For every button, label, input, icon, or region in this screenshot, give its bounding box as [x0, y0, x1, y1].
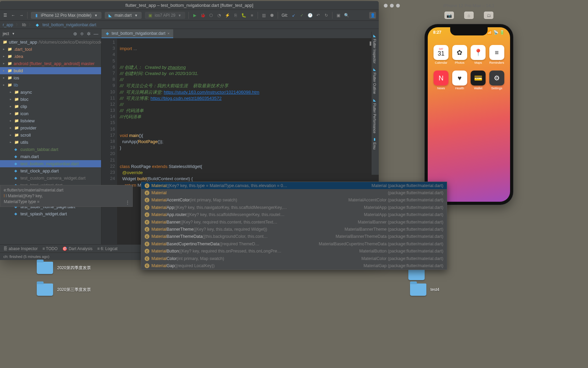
completion-item[interactable]: cMaterialButton({Key? key, required this… [141, 248, 447, 255]
flutter-performance-tab[interactable]: ◣Flutter Performance [372, 96, 377, 135]
run-config-selector[interactable]: ◣ main.dart ▾ [105, 12, 142, 19]
app-icon[interactable]: ⚙Settings [488, 71, 506, 90]
status-icons: 📶 📡 🔋 [487, 30, 505, 35]
simulator-title: iPhone 12 Pro Max – 14.1 [443, 3, 494, 8]
window-controls[interactable] [384, 4, 400, 7]
tree-file[interactable]: custom_tabbar.dart [0, 146, 101, 153]
emulator-label: ios7 API 29 [155, 13, 176, 18]
search-icon[interactable]: 🔍 [344, 13, 349, 18]
more-icon[interactable]: ⋮ [126, 200, 130, 205]
completion-item[interactable]: cMaterial(package:flutter/material.dart) [141, 189, 447, 196]
hot-reload-icon[interactable]: ⚡ [225, 13, 230, 18]
completion-item[interactable]: cMaterialGap({required LocalKey})Materia… [141, 262, 447, 269]
hot-restart-icon[interactable]: 🐛 [241, 13, 246, 18]
debug-icon[interactable]: 🐞 [200, 13, 205, 18]
breadcrumb-root[interactable]: r_app [3, 22, 13, 27]
app-icon[interactable]: 💳Wallet [469, 71, 488, 90]
device-screen[interactable]: 8:27 📶 📡 🔋 SAT31Calendar✿Photos📍Maps≡Rem… [428, 27, 510, 202]
project-tree[interactable]: utter_test_app /Volumes/code/ico/Desktop… [0, 39, 101, 244]
tree-folder[interactable]: ▸utils [0, 139, 101, 146]
tree-folder[interactable]: ▸ios [0, 74, 101, 81]
home-button[interactable]: ⌂ [464, 12, 474, 19]
completion-item[interactable]: cMaterialBanner({Key? key, required this… [141, 218, 447, 226]
git-bisect-icon[interactable]: ↻ [324, 13, 329, 18]
git-commit-icon[interactable]: ✓ [299, 13, 304, 18]
tree-folder[interactable]: ▸.dart_tool [0, 46, 101, 53]
tree-file[interactable]: test_custom_camera_widget.dart [0, 174, 101, 182]
git-history-icon[interactable]: 🕐 [308, 13, 312, 18]
breadcrumb-lib[interactable]: lib [22, 22, 26, 27]
ide-toolbar: ☰ ← → ▮ iPhone 12 Pro Max (mobile) ▾ ◣ m… [0, 10, 379, 21]
git-rollback-icon[interactable]: ↶ [316, 13, 321, 18]
screenshot-button[interactable]: 📷 [444, 12, 454, 19]
breadcrumb-file[interactable]: test_bottom_nvigationbar.dart [43, 22, 96, 27]
tree-folder[interactable]: ▸android [flutter_test_app_android] mast… [0, 60, 101, 67]
desktop-folder[interactable]: 2020第四季度发票 [37, 262, 91, 274]
db-inspector-tab[interactable]: 🗄 abase Inspector [3, 246, 38, 251]
locate-icon[interactable]: ⊕ [73, 31, 77, 36]
home-screen-apps: SAT31Calendar✿Photos📍Maps≡RemindersNNews… [428, 35, 510, 90]
desktop-folder[interactable]: 2020第三季度发票 [37, 283, 91, 296]
app-icon[interactable]: 📍Maps [469, 45, 488, 64]
app-icon[interactable]: ♥Health [451, 71, 469, 90]
collapse-icon[interactable]: — [94, 31, 98, 36]
logcat-tab[interactable]: ≡ 6: Logcat [97, 246, 118, 251]
close-icon[interactable]: × [167, 31, 169, 35]
flutter-inspector-tab[interactable]: ◣Flutter Inspector [372, 32, 377, 65]
tree-folder[interactable]: ▸.idea [0, 53, 101, 60]
folder-icon [410, 283, 426, 296]
run-icon[interactable]: ▶ [192, 13, 197, 18]
device-selector[interactable]: ▮ iPhone 12 Pro Max (mobile) ▾ [31, 12, 101, 19]
tree-folder[interactable]: ▸provider [0, 124, 101, 132]
completion-item[interactable]: cMaterialApp.router({Key? key, this.scaf… [141, 211, 447, 218]
tree-folder[interactable]: ▸icon [0, 110, 101, 117]
user-icon[interactable]: 👤 [369, 12, 376, 19]
app-icon[interactable]: ✿Photos [451, 45, 469, 64]
tree-file[interactable]: test_splash_widget.dart [0, 210, 101, 217]
app-icon[interactable]: ≡Reminders [488, 45, 506, 64]
nav-back-icon[interactable]: ← [11, 13, 16, 18]
app-icon[interactable]: NNews [432, 71, 451, 90]
devtools-icon[interactable]: ▥ [261, 13, 266, 18]
rotate-button[interactable]: 🗂 [484, 12, 493, 19]
expand-icon[interactable]: ≑ [80, 31, 84, 36]
completion-item[interactable]: cMaterial({Key? key, this.type = Materia… [141, 182, 447, 189]
project-header: ject ▼ ⊕ ≑ ✲ — [0, 29, 101, 39]
flutter-outline-tab[interactable]: ◣Flutter Outline [372, 65, 377, 96]
git-update-icon[interactable]: ↙ [291, 13, 296, 18]
apple-icon[interactable]: ☰ [3, 13, 7, 18]
tree-folder[interactable]: ▸async [0, 89, 101, 96]
tree-folder[interactable]: ▸build [0, 67, 101, 74]
completion-item[interactable]: cMaterialColor(int primary, Map swatch)M… [141, 255, 447, 262]
completion-item[interactable]: cMaterialAccentColor(int primary, Map sw… [141, 197, 447, 204]
completion-item[interactable]: cMaterialBannerThemeData({this.backgroun… [141, 233, 447, 240]
app-icon[interactable]: SAT31Calendar [432, 45, 451, 64]
completion-item[interactable]: cMaterialBasedCupertinoThemeData({requir… [141, 240, 447, 247]
tree-file[interactable]: test_clock_app.dart [0, 167, 101, 174]
project-title[interactable]: ject [3, 31, 9, 36]
profile-icon[interactable]: ◔ [217, 13, 222, 18]
todo-tab[interactable]: ≡ TODO [43, 246, 58, 251]
settings-icon[interactable]: ✲ [87, 31, 91, 36]
tree-folder[interactable]: ▸listview [0, 117, 101, 124]
structure-icon[interactable]: ▣ [336, 13, 341, 18]
tree-folder[interactable]: ▸bloc [0, 96, 101, 103]
tree-folder[interactable]: ▸lib [0, 81, 101, 89]
tree-folder[interactable]: ▸scroll [0, 132, 101, 139]
attach-icon[interactable]: ⎘ [233, 13, 238, 18]
completion-item[interactable]: cMaterialApp({Key? key, this.navigatorKe… [141, 204, 447, 211]
nav-fwd-icon[interactable]: → [19, 13, 24, 18]
tree-file[interactable]: test_bottom_nvigationbar.dart [0, 160, 101, 167]
emulator-selector[interactable]: ▣ ios7 API 29 ▾ [145, 12, 185, 19]
emulator-tab[interactable]: ▮Emu [372, 135, 377, 152]
file-tab[interactable]: ◆ test_bottom_nvigationbar.dart × [101, 29, 173, 38]
completion-item[interactable]: cMaterialBannerTheme({Key? key, this.dat… [141, 226, 447, 233]
code-completion-popup[interactable]: cMaterial({Key? key, this.type = Materia… [141, 182, 447, 270]
tree-file[interactable]: main.dart [0, 153, 101, 160]
desktop-folder[interactable]: test4 [410, 283, 439, 296]
coverage-icon[interactable]: ⬡ [209, 13, 213, 18]
dart-analysis-tab[interactable]: 🎯 Dart Analysis [62, 246, 92, 251]
avd-icon[interactable]: ⬢ [270, 13, 274, 18]
tree-folder[interactable]: ▸clip [0, 103, 101, 110]
stop-icon[interactable]: ■ [249, 13, 254, 18]
